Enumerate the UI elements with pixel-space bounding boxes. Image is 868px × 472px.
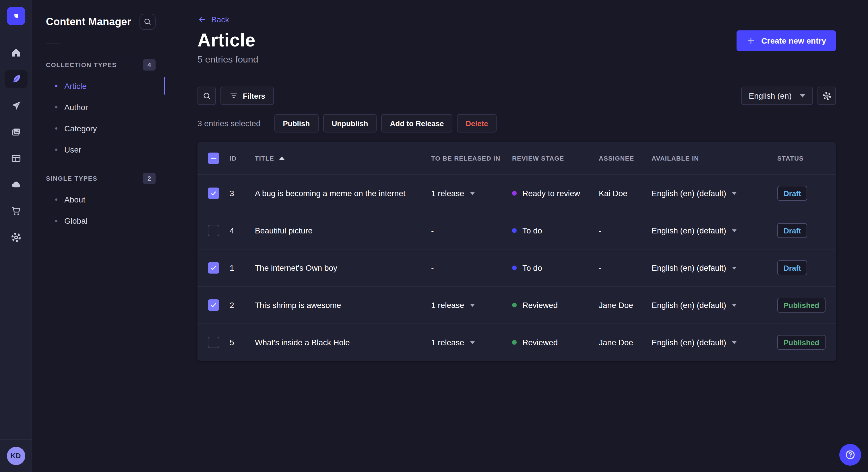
delete-label: Delete (466, 119, 488, 128)
table-row[interactable]: 4 Beautiful picture - To do - English (e… (197, 212, 836, 249)
cell-available-in[interactable]: English (en) (default) (652, 301, 777, 310)
column-header-id[interactable]: ID (229, 155, 255, 162)
row-checkbox[interactable] (208, 188, 219, 199)
cell-available-in[interactable]: English (en) (default) (652, 189, 777, 198)
stage-dot-icon (512, 191, 517, 196)
search-button[interactable] (197, 87, 216, 105)
content-type-builder-icon (10, 153, 22, 164)
search-icon (202, 91, 212, 101)
column-header-title[interactable]: TITLE (255, 155, 431, 162)
cell-available-in[interactable]: English (en) (default) (652, 226, 777, 235)
main-nav-rail: KD (0, 0, 32, 472)
table-row[interactable]: 3 A bug is becoming a meme on the intern… (197, 174, 836, 212)
nav-cloud[interactable] (4, 175, 27, 194)
back-link[interactable]: Back (197, 15, 229, 24)
sidebar-item-global[interactable]: Global (32, 210, 165, 231)
unpublish-button[interactable]: Unpublish (323, 114, 377, 133)
check-icon (210, 189, 218, 197)
marketplace-icon (10, 205, 22, 217)
row-checkbox[interactable] (208, 299, 219, 311)
row-checkbox[interactable] (208, 337, 219, 348)
cell-title: A bug is becoming a meme on the internet (255, 189, 431, 198)
cell-stage: Ready to review (512, 189, 599, 198)
sidebar-item-label: Article (64, 81, 87, 90)
cell-available-in[interactable]: English (en) (default) (652, 263, 777, 272)
nav-content-manager[interactable] (4, 70, 27, 88)
filters-button[interactable]: Filters (220, 87, 274, 105)
sidebar-item-article[interactable]: Article (32, 75, 165, 96)
check-icon (210, 301, 218, 309)
status-badge: Draft (777, 186, 807, 201)
column-header-stage[interactable]: REVIEW STAGE (512, 155, 599, 162)
row-checkbox[interactable] (208, 225, 219, 236)
column-header-assignee[interactable]: ASSIGNEE (599, 155, 652, 162)
chevron-down-icon (732, 229, 737, 232)
row-checkbox[interactable] (208, 262, 219, 274)
filter-icon (229, 91, 238, 100)
bullet-icon (55, 85, 57, 87)
cell-available-in[interactable]: English (en) (default) (652, 338, 777, 347)
cell-release[interactable]: - (431, 226, 512, 235)
cell-release[interactable]: 1 release (431, 338, 512, 347)
sidebar-item-author[interactable]: Author (32, 96, 165, 117)
sidebar-divider (46, 43, 60, 44)
page-title: Article (197, 30, 255, 51)
bullet-icon (55, 127, 57, 129)
section-label-collection-types: COLLECTION TYPES (46, 61, 117, 68)
cell-assignee: - (599, 263, 652, 272)
search-icon (143, 17, 152, 26)
create-new-entry-label: Create new entry (761, 36, 826, 45)
sidebar-search-button[interactable] (140, 14, 156, 30)
column-header-status[interactable]: STATUS (777, 155, 836, 162)
cell-status: Draft (777, 223, 836, 238)
nav-marketplace[interactable] (4, 202, 27, 220)
status-badge: Draft (777, 260, 807, 275)
filters-label: Filters (243, 92, 265, 100)
bullet-icon (55, 148, 57, 150)
nav-content-type-builder[interactable] (4, 149, 27, 167)
single-types-count-badge: 2 (143, 173, 156, 184)
column-header-available[interactable]: AVAILABLE IN (652, 155, 777, 162)
help-button[interactable] (839, 444, 861, 466)
cell-status: Published (777, 298, 836, 312)
locale-value: English (en) (749, 91, 792, 100)
cell-release[interactable]: 1 release (431, 301, 512, 310)
cell-release[interactable]: 1 release (431, 189, 512, 198)
add-to-release-button[interactable]: Add to Release (381, 114, 453, 133)
home-icon (10, 47, 22, 59)
sidebar-item-label: Global (64, 216, 88, 225)
create-new-entry-button[interactable]: Create new entry (737, 30, 836, 51)
nav-home[interactable] (4, 43, 27, 62)
nav-releases[interactable] (4, 96, 27, 115)
selected-count-label: 3 entries selected (197, 119, 260, 128)
delete-button[interactable]: Delete (457, 114, 497, 133)
sidebar-item-about[interactable]: About (32, 189, 165, 210)
view-settings-button[interactable] (817, 87, 836, 105)
cell-assignee: Kai Doe (599, 189, 652, 198)
entries-found-subtitle: 5 entries found (197, 55, 836, 65)
sidebar-item-category[interactable]: Category (32, 117, 165, 139)
question-mark-icon (844, 448, 857, 461)
cell-id: 5 (229, 338, 255, 347)
cell-stage: Reviewed (512, 338, 599, 347)
select-all-checkbox[interactable] (208, 153, 219, 164)
locale-select[interactable]: English (en) (741, 87, 813, 105)
column-header-release[interactable]: TO BE RELEASED IN (431, 155, 512, 162)
chevron-down-icon (470, 192, 474, 195)
sidebar-item-user[interactable]: User (32, 139, 165, 160)
cell-release[interactable]: - (431, 263, 512, 272)
nav-settings[interactable] (4, 228, 27, 247)
strapi-logo[interactable] (7, 7, 25, 25)
nav-media-library[interactable] (4, 123, 27, 141)
collection-types-count-badge: 4 (143, 59, 156, 71)
user-avatar[interactable]: KD (7, 447, 25, 465)
table-row[interactable]: 1 The internet's Own boy - To do - Engli… (197, 249, 836, 286)
sort-asc-icon (279, 157, 284, 160)
table-row[interactable]: 2 This shrimp is awesome 1 release Revie… (197, 286, 836, 324)
sidebar-item-label: Category (64, 124, 97, 133)
status-badge: Draft (777, 223, 807, 238)
gear-icon (822, 91, 832, 101)
publish-button[interactable]: Publish (274, 114, 318, 133)
settings-icon (10, 232, 22, 243)
table-row[interactable]: 5 What's inside a Black Hole 1 release R… (197, 324, 836, 361)
